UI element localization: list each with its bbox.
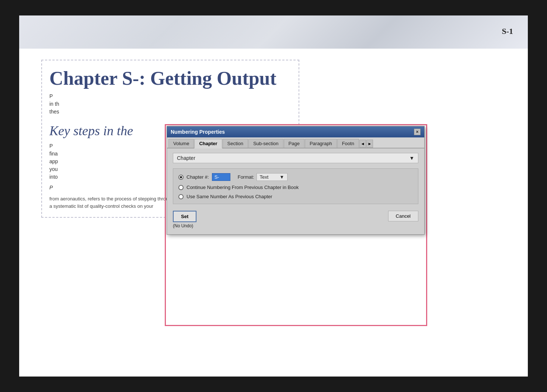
close-button[interactable]: × <box>414 129 421 135</box>
tab-volume[interactable]: Volume <box>168 139 194 148</box>
format-value: Text <box>260 174 269 180</box>
continue-numbering-radio[interactable] <box>178 185 184 190</box>
chevron-down-icon: ▼ <box>409 155 414 161</box>
header-decoration <box>19 15 528 49</box>
body-text-1: P in th thes <box>49 92 291 116</box>
same-number-radio[interactable] <box>178 194 184 199</box>
chapter-type-dropdown[interactable]: Chapter ▼ <box>173 153 418 163</box>
page-container: S-1 Chapter S-: Getting Output P in th t… <box>19 15 528 377</box>
format-dropdown[interactable]: Text ▼ <box>257 173 288 181</box>
tab-chapter[interactable]: Chapter <box>194 139 222 148</box>
set-button[interactable]: Set <box>173 211 196 222</box>
chapter-title: Chapter S-: Getting Output <box>49 68 291 89</box>
tab-sub-section[interactable]: Sub-section <box>248 139 283 148</box>
dialog-title: Numbering Properties <box>171 129 225 135</box>
chapter-num-radio[interactable] <box>178 175 184 180</box>
numbering-properties-dialog: Numbering Properties × Volume Chapter Se… <box>167 126 425 235</box>
dialog-tabs: Volume Chapter Section Sub-section Page … <box>167 137 424 148</box>
set-button-group: Set (No Undo) <box>173 211 196 228</box>
chapter-num-option-row: Chapter #: Format: Text ▼ <box>178 173 413 181</box>
chapter-num-input[interactable] <box>212 173 230 181</box>
tab-scroll-right[interactable]: ► <box>366 140 373 148</box>
tab-footn[interactable]: Footn <box>337 139 359 148</box>
tab-scroll-left[interactable]: ◄ <box>359 140 366 148</box>
cancel-button[interactable]: Cancel <box>388 211 418 221</box>
dialog-buttons: Set (No Undo) Cancel <box>173 209 418 228</box>
same-number-option-row: Use Same Number As Previous Chapter <box>178 194 413 199</box>
tab-section[interactable]: Section <box>223 139 248 148</box>
chapter-dropdown-value: Chapter <box>177 155 195 161</box>
dialog-body: Chapter ▼ Chapter #: Format: Text ▼ <box>167 148 424 234</box>
chapter-num-label: Chapter #: <box>187 174 209 180</box>
same-number-label: Use Same Number As Previous Chapter <box>187 194 272 199</box>
format-chevron-icon: ▼ <box>279 174 284 180</box>
tab-page[interactable]: Page <box>284 139 304 148</box>
continue-numbering-label: Continue Numbering From Previous Chapter… <box>187 185 299 190</box>
page-number: S-1 <box>502 27 513 36</box>
numbering-options-area: Chapter #: Format: Text ▼ Continue Numbe… <box>173 168 418 204</box>
dialog-titlebar: Numbering Properties × <box>167 126 424 137</box>
tab-paragraph[interactable]: Paragraph <box>305 139 337 148</box>
format-label: Format: <box>238 174 254 180</box>
continue-numbering-option-row: Continue Numbering From Previous Chapter… <box>178 185 413 190</box>
no-undo-label: (No Undo) <box>173 223 193 228</box>
